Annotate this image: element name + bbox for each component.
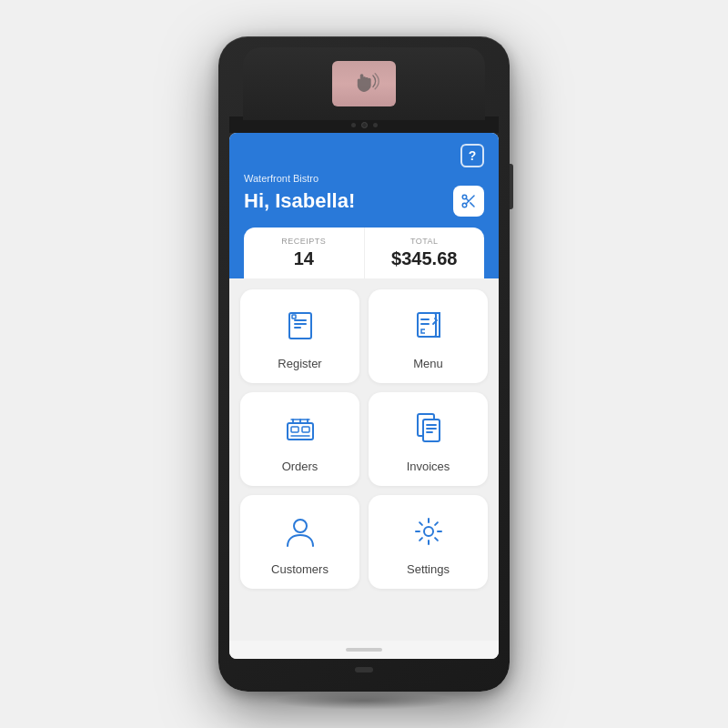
business-name: Waterfront Bistro: [244, 173, 484, 184]
sensor-dot: [351, 123, 356, 127]
invoices-tile[interactable]: Invoices: [369, 392, 488, 486]
total-label: TOTAL: [372, 237, 478, 246]
svg-line-3: [470, 203, 474, 207]
svg-rect-14: [291, 427, 298, 432]
screen-bezel: ? Waterfront Bistro Hi, Isabella!: [229, 133, 499, 659]
svg-line-4: [466, 198, 469, 201]
receipts-value: 14: [251, 248, 357, 269]
register-icon: [280, 306, 320, 349]
customers-icon: [280, 511, 320, 555]
customers-label: Customers: [271, 562, 329, 576]
device-shell: ? Waterfront Bistro Hi, Isabella!: [218, 36, 510, 692]
orders-label: Orders: [282, 460, 318, 473]
total-value: $345.68: [372, 248, 478, 269]
camera-lens: [361, 122, 368, 128]
invoices-label: Invoices: [407, 460, 450, 473]
stats-bar: RECEIPTS 14 TOTAL $345.68: [244, 228, 484, 278]
orders-icon: [280, 409, 320, 452]
power-button: [510, 164, 513, 209]
total-stat: TOTAL $345.68: [364, 228, 485, 278]
home-indicator[interactable]: [346, 648, 382, 652]
svg-rect-9: [292, 315, 296, 318]
device-bottom: [229, 659, 499, 681]
pos-terminal: ? Waterfront Bistro Hi, Isabella!: [218, 36, 510, 692]
device-shadow: [273, 692, 455, 710]
menu-tile[interactable]: Menu: [369, 289, 488, 383]
scissors-icon: [460, 193, 477, 209]
orders-tile[interactable]: Orders: [240, 392, 359, 486]
customers-tile[interactable]: Customers: [240, 495, 359, 589]
main-content: Register: [229, 278, 499, 641]
receipts-stat: RECEIPTS 14: [244, 228, 364, 278]
menu-icon: [409, 306, 449, 349]
settings-icon: [409, 511, 449, 555]
register-tile[interactable]: Register: [240, 289, 359, 383]
header-top: ?: [244, 144, 484, 167]
menu-label: Menu: [413, 357, 443, 370]
charging-port: [355, 667, 373, 672]
receipts-label: RECEIPTS: [251, 237, 357, 246]
settings-label: Settings: [407, 562, 450, 576]
nfc-reader: [332, 61, 396, 106]
screen: ? Waterfront Bistro Hi, Isabella!: [229, 133, 499, 659]
register-label: Register: [278, 357, 321, 370]
home-bar: [229, 641, 499, 659]
svg-rect-15: [302, 427, 309, 432]
greeting-row: Hi, Isabella!: [244, 186, 484, 217]
svg-point-24: [424, 527, 433, 536]
svg-rect-19: [423, 420, 440, 441]
greeting-text: Hi, Isabella!: [244, 189, 355, 213]
scissors-button[interactable]: [453, 186, 484, 217]
help-button[interactable]: ?: [460, 144, 484, 167]
svg-point-23: [294, 520, 307, 532]
menu-grid: Register: [240, 289, 488, 589]
nfc-icon: [348, 67, 380, 100]
device-top: [243, 47, 485, 120]
app-header: ? Waterfront Bistro Hi, Isabella!: [229, 133, 499, 278]
invoices-icon: [409, 409, 449, 452]
settings-tile[interactable]: Settings: [369, 495, 488, 589]
sensor-dot-2: [373, 123, 378, 127]
